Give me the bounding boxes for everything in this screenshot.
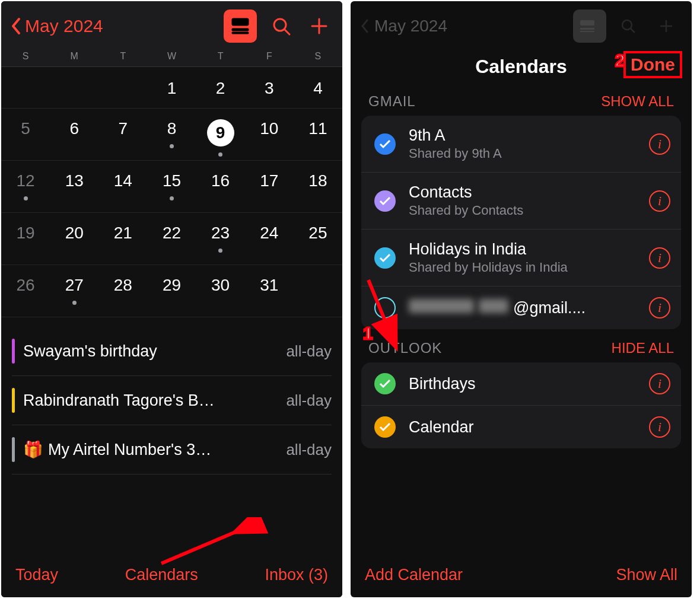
- calendar-name: 9th A: [409, 126, 649, 145]
- show-all-button[interactable]: Show All: [616, 566, 677, 584]
- weekday-label: S: [1, 51, 50, 62]
- day-cell[interactable]: 1: [147, 67, 196, 109]
- svg-line-12: [631, 28, 635, 33]
- day-cell[interactable]: 25: [294, 213, 342, 265]
- event-time: all-day: [286, 391, 332, 410]
- event-title: Rabindranath Tagore's B…: [23, 391, 281, 410]
- calendar-checkbox[interactable]: [374, 247, 396, 269]
- event-time: all-day: [286, 342, 332, 361]
- info-icon[interactable]: i: [649, 373, 670, 394]
- day-cell[interactable]: 17: [245, 161, 294, 213]
- info-icon[interactable]: i: [649, 133, 670, 155]
- day-cell[interactable]: 9: [196, 109, 245, 161]
- calendar-row[interactable]: Calendari: [361, 406, 681, 448]
- weekday-label: F: [245, 51, 294, 62]
- weekday-label: W: [147, 51, 196, 62]
- day-cell[interactable]: 31: [245, 265, 294, 317]
- dim-list-icon: [573, 9, 606, 43]
- calendar-subtitle: Shared by Holidays in India: [409, 260, 649, 275]
- day-cell[interactable]: 10: [245, 109, 294, 161]
- info-icon[interactable]: i: [649, 297, 670, 318]
- day-cell[interactable]: 3: [245, 67, 294, 109]
- day-cell[interactable]: 7: [98, 109, 147, 161]
- day-cell[interactable]: 12: [1, 161, 50, 213]
- day-cell[interactable]: 20: [50, 213, 98, 265]
- calendar-row[interactable]: @gmail....i: [361, 286, 681, 329]
- event-row[interactable]: Swayam's birthdayall-day: [12, 327, 332, 376]
- calendar-checkbox[interactable]: [374, 190, 396, 212]
- event-row[interactable]: 🎁My Airtel Number's 3…all-day: [12, 425, 332, 474]
- calendar-checkbox[interactable]: [374, 416, 396, 438]
- day-cell[interactable]: 16: [196, 161, 245, 213]
- day-cell[interactable]: 27: [50, 265, 98, 317]
- day-cell[interactable]: 11: [294, 109, 342, 161]
- calendar-subtitle: Shared by Contacts: [409, 203, 649, 218]
- day-cell[interactable]: 13: [50, 161, 98, 213]
- calendar-row[interactable]: ContactsShared by Contactsi: [361, 173, 681, 230]
- day-cell[interactable]: [50, 67, 98, 109]
- day-cell[interactable]: 4: [294, 67, 342, 109]
- day-cell[interactable]: 23: [196, 213, 245, 265]
- event-dot: [24, 196, 28, 200]
- gift-icon: 🎁: [23, 440, 43, 459]
- day-cell[interactable]: 30: [196, 265, 245, 317]
- svg-rect-8: [580, 20, 594, 26]
- section-header: GMAILSHOW ALL: [351, 82, 692, 116]
- day-cell[interactable]: 21: [98, 213, 147, 265]
- chevron-left-icon: [360, 18, 370, 34]
- calendar-checkbox[interactable]: [374, 297, 396, 318]
- dim-header: May 2024: [351, 1, 692, 47]
- day-cell[interactable]: [98, 67, 147, 109]
- calendar-row[interactable]: Birthdaysi: [361, 362, 681, 406]
- info-icon[interactable]: i: [649, 247, 670, 269]
- svg-rect-9: [580, 28, 594, 30]
- add-calendar-button[interactable]: Add Calendar: [365, 566, 463, 584]
- back-button[interactable]: May 2024: [11, 16, 103, 36]
- day-cell[interactable]: 5: [1, 109, 50, 161]
- calendar-checkbox[interactable]: [374, 373, 396, 394]
- event-row[interactable]: Rabindranath Tagore's B…all-day: [12, 376, 332, 425]
- day-cell[interactable]: 28: [98, 265, 147, 317]
- calendar-meta: Calendar: [409, 418, 649, 437]
- svg-line-4: [285, 30, 289, 34]
- today-button[interactable]: Today: [15, 566, 58, 584]
- search-icon: [271, 16, 291, 36]
- day-cell[interactable]: [294, 265, 342, 317]
- section-toggle[interactable]: HIDE ALL: [612, 340, 674, 356]
- calendar-group: 9th AShared by 9th AiContactsShared by C…: [361, 116, 681, 329]
- inbox-button[interactable]: Inbox (3): [265, 566, 328, 584]
- day-cell[interactable]: 19: [1, 213, 50, 265]
- info-icon[interactable]: i: [649, 416, 670, 438]
- list-view-button[interactable]: [224, 9, 257, 43]
- calendar-name: Calendar: [409, 418, 649, 437]
- svg-rect-0: [232, 18, 249, 26]
- day-cell[interactable]: 6: [50, 109, 98, 161]
- header: May 2024: [1, 1, 342, 47]
- day-cell[interactable]: 15: [147, 161, 196, 213]
- day-cell[interactable]: 29: [147, 265, 196, 317]
- sheet-title-text: Calendars: [475, 56, 567, 78]
- weekday-header: SMTWTFS: [1, 47, 342, 67]
- day-cell[interactable]: 14: [98, 161, 147, 213]
- search-button[interactable]: [268, 12, 295, 40]
- add-button[interactable]: [306, 12, 333, 40]
- day-cell[interactable]: 8: [147, 109, 196, 161]
- list-view-icon: [230, 17, 250, 35]
- calendars-button[interactable]: Calendars: [125, 566, 198, 584]
- day-cell[interactable]: 18: [294, 161, 342, 213]
- day-cell[interactable]: 22: [147, 213, 196, 265]
- done-button[interactable]: Done: [623, 51, 682, 78]
- day-cell[interactable]: 24: [245, 213, 294, 265]
- calendar-row[interactable]: Holidays in IndiaShared by Holidays in I…: [361, 230, 681, 286]
- svg-rect-1: [232, 28, 249, 31]
- section-toggle[interactable]: SHOW ALL: [601, 93, 674, 110]
- event-dot: [218, 249, 222, 253]
- calendar-row[interactable]: 9th AShared by 9th Ai: [361, 116, 681, 173]
- calendar-checkbox[interactable]: [374, 133, 396, 155]
- today-indicator: 9: [207, 119, 234, 146]
- weekday-label: M: [50, 51, 98, 62]
- day-cell[interactable]: [1, 67, 50, 109]
- day-cell[interactable]: 26: [1, 265, 50, 317]
- info-icon[interactable]: i: [649, 190, 670, 212]
- day-cell[interactable]: 2: [196, 67, 245, 109]
